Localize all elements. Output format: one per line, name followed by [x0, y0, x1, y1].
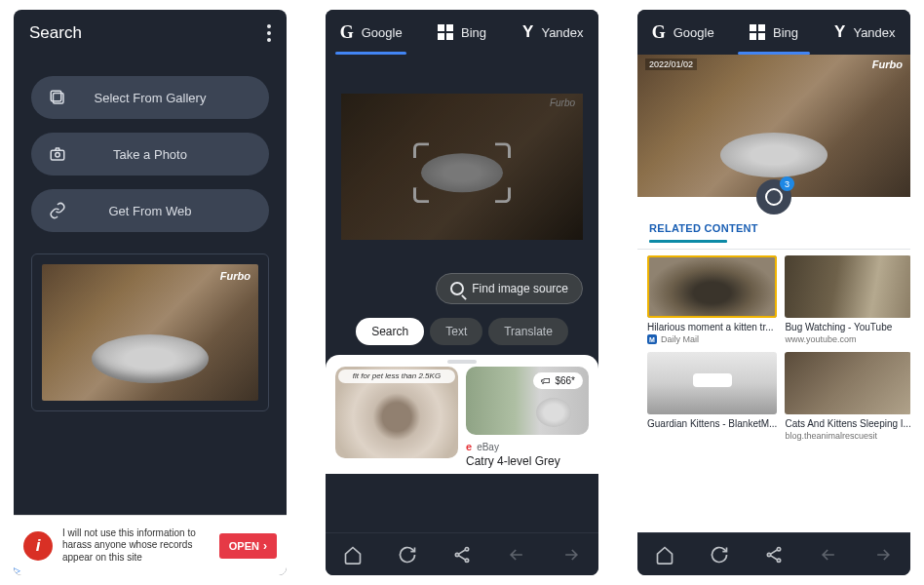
product-image: 🏷 $66* [466, 367, 589, 435]
pet-bed-shape [720, 133, 828, 177]
button-label: Select From Gallery [92, 91, 209, 105]
svg-point-3 [56, 153, 60, 158]
query-image: Furbo [341, 94, 583, 240]
preview-image[interactable]: Furbo [42, 264, 258, 401]
crop-handle-br[interactable] [495, 187, 511, 203]
mode-translate[interactable]: Translate [488, 318, 568, 345]
tab-google[interactable]: G Google [326, 10, 416, 55]
tab-label: Bing [773, 25, 798, 40]
google-icon: G [340, 22, 354, 43]
ad-open-button[interactable]: OPEN › [219, 533, 277, 559]
pet-bed-shape [92, 334, 209, 383]
ad-banner[interactable]: i I will not use this information to har… [14, 515, 287, 575]
svg-point-4 [465, 547, 468, 550]
tag-icon: 🏷 [541, 375, 551, 386]
match-count-badge: 3 [780, 176, 794, 191]
forward-icon[interactable] [872, 544, 894, 566]
search-icon [450, 282, 464, 295]
tab-yandex[interactable]: Y Yandex [508, 10, 598, 55]
store-row: e eBay [466, 441, 589, 452]
tab-google[interactable]: G Google [637, 10, 728, 55]
result-title: Bug Watching - YouTube [785, 322, 910, 332]
tab-label: Yandex [541, 25, 583, 40]
camera-icon [49, 145, 66, 163]
share-icon[interactable] [763, 544, 785, 566]
ebay-icon: e [466, 441, 472, 452]
price-value: $66* [555, 375, 575, 386]
screen-google-lens: G Google Bing Y Yandex Furbo [326, 10, 598, 575]
results-sheet[interactable]: fit for pet less than 2.5KG 🏷 $66* e eBa… [326, 355, 598, 474]
ad-text: I will not use this information to haras… [62, 527, 210, 565]
overlay-caption: fit for pet less than 2.5KG [335, 371, 458, 380]
tab-bing[interactable]: Bing [728, 10, 819, 55]
find-image-source-button[interactable]: Find image source [436, 273, 583, 304]
refresh-icon[interactable] [709, 544, 730, 566]
source-icon: M [647, 334, 657, 344]
result-source: M Daily Mail [647, 334, 777, 344]
result-title: Hilarious moment a kitten tr... [647, 322, 777, 332]
home-icon[interactable] [654, 544, 675, 566]
result-thumb [647, 255, 777, 318]
take-photo-button[interactable]: Take a Photo [31, 133, 269, 176]
forward-icon[interactable] [560, 544, 582, 566]
mode-search[interactable]: Search [356, 318, 424, 345]
crop-handle-bl[interactable] [413, 187, 429, 203]
result-card[interactable]: Cats And Kittens Sleeping I... blog.thea… [785, 352, 910, 441]
result-source: www.youtube.com [785, 334, 910, 344]
share-icon[interactable] [451, 544, 473, 566]
result-card[interactable]: Hilarious moment a kitten tr... M Daily … [647, 255, 777, 344]
back-icon[interactable] [818, 544, 839, 566]
ad-cta-label: OPEN [229, 540, 259, 552]
select-from-gallery-button[interactable]: Select From Gallery [31, 76, 269, 119]
crop-handle-tl[interactable] [413, 142, 429, 158]
product-title: Catry 4-level Grey [466, 454, 589, 468]
image-zone[interactable]: Furbo [326, 55, 598, 250]
result-card[interactable]: Bug Watching - YouTube www.youtube.com [785, 255, 910, 344]
tab-yandex[interactable]: Y Yandex [820, 10, 910, 55]
adchoices-icon[interactable]: ▷ [14, 566, 20, 575]
screen-bing-visual: G Google Bing Y Yandex 2022/01/02 Furbo … [637, 10, 910, 575]
product-card[interactable]: fit for pet less than 2.5KG [335, 367, 458, 468]
related-header: RELATED CONTENT [637, 222, 910, 249]
tab-label: Google [362, 25, 403, 40]
timestamp-overlay: 2022/01/02 [645, 58, 697, 70]
result-title: Cats And Kittens Sleeping I... [785, 418, 910, 429]
google-icon: G [652, 22, 666, 43]
tab-bing[interactable]: Bing [416, 10, 507, 55]
lens-mode-tabs: Search Text Translate [341, 318, 583, 345]
page-title: Search [29, 23, 82, 43]
get-from-web-button[interactable]: Get From Web [31, 189, 269, 232]
tab-label: Yandex [853, 25, 895, 40]
crop-handle-tr[interactable] [495, 142, 511, 158]
mode-text[interactable]: Text [430, 318, 482, 345]
results-grid: Hilarious moment a kitten tr... M Daily … [637, 250, 910, 447]
hero-image[interactable]: 2022/01/02 Furbo [637, 55, 910, 197]
tab-label: Bing [461, 25, 486, 40]
visual-search-badge[interactable]: 3 [756, 179, 791, 214]
svg-rect-2 [51, 150, 64, 160]
button-label: Get From Web [92, 204, 209, 218]
result-title: Guardian Kittens - BlanketM... [647, 418, 777, 429]
chevron-right-icon: › [263, 539, 267, 553]
back-icon[interactable] [506, 544, 527, 566]
refresh-icon[interactable] [397, 544, 418, 566]
svg-point-8 [767, 553, 770, 556]
result-thumb [785, 352, 910, 414]
product-card[interactable]: 🏷 $66* e eBay Catry 4-level Grey [466, 367, 589, 468]
home-icon[interactable] [342, 544, 364, 566]
crop-rectangle[interactable] [413, 142, 511, 203]
screen-search-input: Search Select From Gallery Take a Photo … [14, 10, 287, 575]
price-tag: 🏷 $66* [533, 372, 583, 389]
result-card[interactable]: Guardian Kittens - BlanketM... [647, 352, 777, 441]
overflow-menu-icon[interactable] [267, 24, 271, 42]
engine-tabs: G Google Bing Y Yandex [326, 10, 598, 55]
result-thumb [647, 352, 777, 414]
button-label: Take a Photo [92, 147, 209, 162]
bottom-nav [326, 532, 598, 575]
lens-body: Furbo Find image source Search Text Tran… [326, 55, 598, 532]
source-text: Daily Mail [661, 334, 699, 344]
gallery-icon [49, 89, 66, 106]
cat-shape [536, 398, 571, 427]
bing-icon [750, 24, 765, 40]
bing-body: 2022/01/02 Furbo 3 RELATED CONTENT Hilar… [637, 55, 910, 532]
